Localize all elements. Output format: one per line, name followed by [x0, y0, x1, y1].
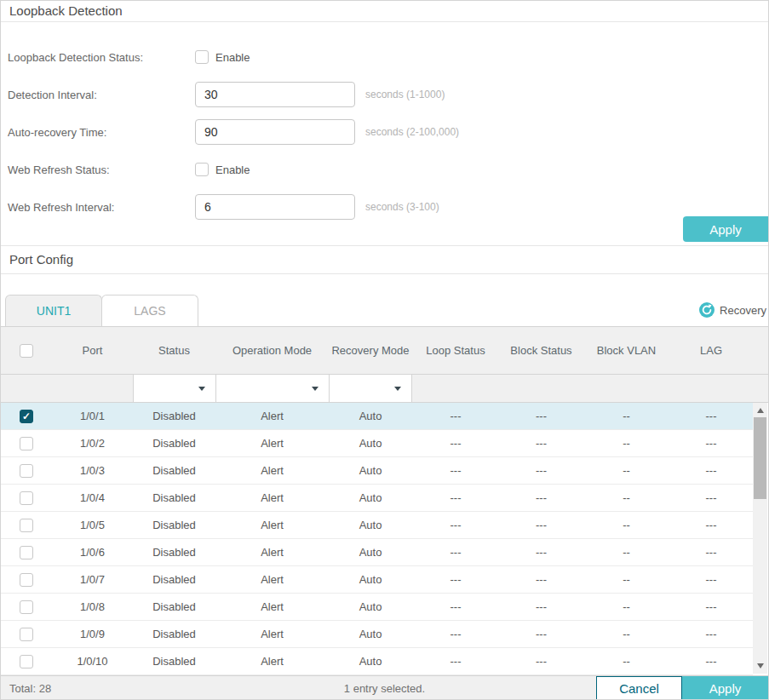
web-refresh-interval-input[interactable]: [195, 194, 355, 220]
filter-blank-right: [412, 375, 768, 402]
cell-operation-mode: Alert: [215, 655, 329, 668]
cell-recovery-mode: Auto: [329, 600, 412, 613]
recovery-icon: [699, 302, 714, 318]
cell-port: 1/0/7: [52, 573, 133, 586]
table-row[interactable]: 1/0/10 Disabled Alert Auto --- --- -- --…: [1, 648, 753, 675]
cell-lag: ---: [669, 519, 753, 531]
row-checkbox[interactable]: [20, 464, 33, 478]
scrollbar-thumb[interactable]: [754, 417, 766, 499]
cell-recovery-mode: Auto: [329, 491, 412, 504]
cell-lag: ---: [669, 491, 753, 504]
cell-block-vlan: --: [583, 573, 669, 586]
cell-block-status: ---: [499, 464, 583, 477]
column-header-port: Port: [52, 343, 133, 358]
row-checkbox[interactable]: [20, 437, 33, 450]
cell-lag: ---: [669, 573, 753, 586]
detection-interval-input[interactable]: [195, 82, 355, 107]
select-all-checkbox[interactable]: [20, 344, 33, 358]
scroll-up-icon[interactable]: [753, 405, 767, 416]
table-row[interactable]: 1/0/2 Disabled Alert Auto --- --- -- ---: [1, 430, 753, 457]
column-header-status: Status: [133, 343, 215, 358]
auto-recovery-input[interactable]: [195, 119, 355, 145]
row-checkbox[interactable]: [20, 573, 33, 587]
cell-block-vlan: --: [583, 655, 669, 668]
cell-block-vlan: --: [583, 437, 669, 450]
table-row[interactable]: 1/0/8 Disabled Alert Auto --- --- -- ---: [1, 594, 753, 621]
cell-operation-mode: Alert: [215, 546, 329, 559]
cell-block-status: ---: [499, 655, 583, 668]
cell-loop-status: ---: [412, 655, 499, 668]
cell-status: Disabled: [133, 464, 215, 477]
row-checkbox[interactable]: [20, 600, 33, 614]
recovery-legend[interactable]: Recovery: [699, 302, 766, 318]
table-row[interactable]: 1/0/5 Disabled Alert Auto --- --- -- ---: [1, 512, 753, 539]
table-rows: 1/0/1 Disabled Alert Auto --- --- -- ---…: [1, 403, 768, 675]
form-row-auto-recovery: Auto-recovery Time: seconds (2-100,000): [8, 119, 768, 145]
cell-port: 1/0/2: [52, 437, 133, 450]
vertical-scrollbar[interactable]: [753, 403, 767, 674]
table-filter-row: [1, 375, 768, 403]
filter-blank-left: [1, 375, 133, 402]
row-checkbox[interactable]: [20, 519, 33, 532]
cell-operation-mode: Alert: [215, 600, 329, 613]
filter-operation-mode-dropdown[interactable]: [215, 375, 329, 402]
row-checkbox[interactable]: [20, 410, 33, 423]
auto-recovery-hint: seconds (2-100,000): [365, 126, 459, 138]
table-row[interactable]: 1/0/9 Disabled Alert Auto --- --- -- ---: [1, 621, 753, 648]
web-refresh-checkbox-label: Enable: [215, 164, 250, 176]
table-row[interactable]: 1/0/3 Disabled Alert Auto --- --- -- ---: [1, 457, 753, 485]
filter-recovery-mode-dropdown[interactable]: [329, 375, 412, 402]
column-header-lag: LAG: [669, 343, 753, 358]
tabs-row: UNIT1 LAGS Recovery: [1, 274, 768, 326]
cell-operation-mode: Alert: [215, 491, 329, 504]
cell-lag: ---: [669, 628, 753, 640]
tab-unit1[interactable]: UNIT1: [5, 295, 102, 326]
auto-recovery-label: Auto-recovery Time:: [8, 126, 195, 139]
table-row[interactable]: 1/0/6 Disabled Alert Auto --- --- -- ---: [1, 539, 753, 566]
loopback-apply-button[interactable]: Apply: [683, 216, 768, 242]
row-checkbox[interactable]: [20, 628, 33, 641]
table-row[interactable]: 1/0/7 Disabled Alert Auto --- --- -- ---: [1, 566, 753, 594]
row-checkbox[interactable]: [20, 655, 33, 668]
table-row[interactable]: 1/0/4 Disabled Alert Auto --- --- -- ---: [1, 485, 753, 512]
cell-loop-status: ---: [412, 546, 499, 559]
form-row-web-refresh-status: Web Refresh Status: Enable: [8, 157, 768, 182]
web-refresh-status-checkbox[interactable]: [195, 163, 209, 176]
cell-status: Disabled: [133, 437, 215, 450]
cell-port: 1/0/8: [52, 600, 133, 613]
detection-interval-label: Detection Interval:: [8, 89, 195, 101]
cell-lag: ---: [669, 437, 753, 450]
port-config-apply-button[interactable]: Apply: [682, 676, 768, 700]
chevron-down-icon: [312, 387, 319, 391]
table-body: 1/0/1 Disabled Alert Auto --- --- -- ---…: [1, 403, 768, 675]
header-checkbox-cell: [1, 344, 52, 358]
cell-status: Disabled: [133, 573, 215, 586]
table-row[interactable]: 1/0/1 Disabled Alert Auto --- --- -- ---: [1, 403, 753, 430]
row-checkbox[interactable]: [20, 491, 33, 505]
column-header-loop-status: Loop Status: [412, 343, 499, 358]
cell-lag: ---: [669, 410, 753, 422]
cell-port: 1/0/5: [52, 519, 133, 531]
table-footer: Total: 28 1 entry selected. Cancel Apply: [1, 675, 768, 700]
filter-status-dropdown[interactable]: [133, 375, 215, 402]
row-checkbox[interactable]: [20, 546, 33, 559]
cell-recovery-mode: Auto: [329, 464, 412, 477]
chevron-down-icon: [394, 387, 401, 391]
cell-loop-status: ---: [412, 573, 499, 586]
cell-recovery-mode: Auto: [329, 573, 412, 586]
tab-lags[interactable]: LAGS: [101, 295, 198, 326]
cell-operation-mode: Alert: [215, 437, 329, 450]
cell-status: Disabled: [133, 600, 215, 613]
loopback-status-checkbox-label: Enable: [215, 51, 250, 64]
form-row-status: Loopback Detection Status: Enable: [8, 44, 768, 70]
loopback-status-checkbox[interactable]: [195, 50, 209, 64]
cell-lag: ---: [669, 600, 753, 613]
scroll-down-icon[interactable]: [753, 660, 767, 672]
cell-port: 1/0/1: [52, 410, 133, 422]
cell-block-status: ---: [499, 410, 583, 422]
recovery-legend-label: Recovery: [720, 304, 766, 317]
cell-loop-status: ---: [412, 437, 499, 450]
cancel-button[interactable]: Cancel: [596, 676, 682, 700]
cell-status: Disabled: [133, 628, 215, 640]
cell-block-vlan: --: [583, 600, 669, 613]
